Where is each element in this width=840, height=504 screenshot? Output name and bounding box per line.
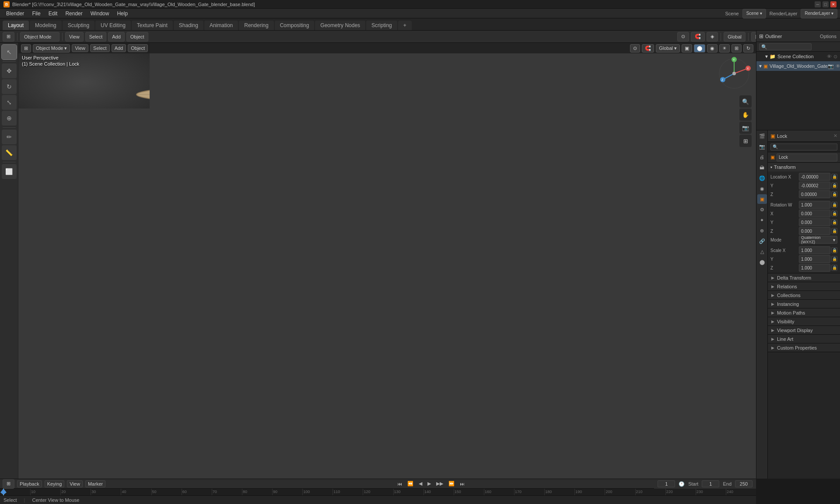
- viewport-material-btn[interactable]: ◉: [707, 44, 718, 52]
- prop-view-layer-icon[interactable]: 🏔: [757, 163, 767, 172]
- tab-sculpting[interactable]: Sculpting: [63, 21, 94, 30]
- tab-compositing[interactable]: Compositing: [275, 21, 315, 30]
- tab-modeling[interactable]: Modeling: [30, 21, 62, 30]
- editor-type-btn[interactable]: ⊞: [3, 32, 14, 42]
- rotation-w-lock-btn[interactable]: 🔒: [831, 202, 837, 208]
- select-menu-btn[interactable]: Select: [85, 32, 107, 42]
- timeline-view-btn[interactable]: View: [67, 480, 83, 487]
- jump-prev-btn[interactable]: ⏪: [406, 481, 415, 486]
- object-name-field[interactable]: Lock: [777, 154, 837, 161]
- timeline-keying-btn[interactable]: Keying: [45, 480, 65, 487]
- tool-rotate[interactable]: ↻: [2, 79, 17, 94]
- viewport-visible-btn[interactable]: 👁: [836, 63, 840, 69]
- location-y-field[interactable]: -0.00002: [799, 182, 830, 189]
- viewport-rendered-btn[interactable]: ☀: [719, 44, 730, 52]
- location-x-field[interactable]: -0.00000: [799, 173, 830, 181]
- scale-y-lock-btn[interactable]: 🔒: [831, 256, 837, 262]
- prop-constraints-icon[interactable]: 🔗: [757, 236, 767, 246]
- jump-next-btn[interactable]: ⏩: [447, 481, 456, 486]
- renderlayer-selector[interactable]: RenderLayer ▾: [801, 9, 837, 18]
- tool-annotate[interactable]: ✏: [2, 130, 17, 144]
- viewport-gizmo-btn[interactable]: ↻: [743, 44, 753, 52]
- scale-y-field[interactable]: 1.000: [799, 255, 830, 263]
- outliner-options-btn[interactable]: Options: [819, 33, 837, 40]
- tab-add[interactable]: +: [398, 21, 412, 30]
- viewport-global-btn[interactable]: Global ▾: [656, 44, 680, 52]
- scale-x-field[interactable]: 1.000: [799, 246, 830, 254]
- outliner-scene-collection[interactable]: ▾ 📁 Scene Collection 👁 ⊙: [756, 52, 840, 61]
- maximize-button[interactable]: □: [822, 1, 829, 7]
- prop-particles-icon[interactable]: ✦: [757, 215, 767, 225]
- location-y-lock-btn[interactable]: 🔒: [831, 182, 837, 189]
- jump-end-btn[interactable]: ⏭: [458, 481, 466, 486]
- instancing-collapse[interactable]: ▶ Instancing: [768, 300, 840, 308]
- viewport-editor-type-btn[interactable]: ⊞: [21, 44, 31, 52]
- tab-uv-editing[interactable]: UV Editing: [95, 21, 131, 30]
- transform-header[interactable]: ▾ Transform: [768, 163, 840, 172]
- prop-scene2-icon[interactable]: 🌐: [757, 173, 767, 183]
- end-frame-field[interactable]: 250: [735, 480, 752, 487]
- viewport-wireframe-btn[interactable]: ▣: [682, 44, 692, 52]
- scale-z-lock-btn[interactable]: 🔒: [831, 265, 837, 271]
- jump-start-btn[interactable]: ⏮: [396, 481, 403, 486]
- menu-help[interactable]: Help: [113, 10, 131, 18]
- menu-window[interactable]: Window: [87, 10, 113, 18]
- object-menu-btn[interactable]: Object: [126, 32, 148, 42]
- viewport-view-btn[interactable]: View: [72, 44, 88, 52]
- start-frame-field[interactable]: 1: [702, 480, 719, 487]
- tool-transform[interactable]: ⊕: [2, 111, 17, 126]
- scene-hide-btn[interactable]: 👁: [827, 54, 832, 60]
- line-art-collapse[interactable]: ▶ Line Art: [768, 335, 840, 343]
- tool-add-cube[interactable]: ⬜: [2, 164, 17, 179]
- rotation-y-field[interactable]: 0.000: [799, 218, 830, 226]
- viewport-add-btn[interactable]: Add: [112, 44, 126, 52]
- render-visible-btn[interactable]: 📷: [828, 63, 834, 69]
- snap-btn[interactable]: 🧲: [691, 32, 705, 42]
- viewport-camera-btn[interactable]: 📷: [739, 122, 752, 134]
- viewport-proportional-btn[interactable]: ⊙: [630, 44, 640, 52]
- prop-scene-icon[interactable]: 🎬: [757, 131, 767, 141]
- viewport-collection-btn[interactable]: ⊞: [739, 135, 752, 147]
- minimize-button[interactable]: ─: [815, 1, 821, 7]
- tab-layout[interactable]: Layout: [3, 21, 29, 30]
- custom-properties-collapse[interactable]: ▶ Custom Properties: [768, 343, 840, 352]
- tab-texture-paint[interactable]: Texture Paint: [132, 21, 173, 30]
- viewport-3d[interactable]: ⊞ Object Mode ▾ View Select Add Object ⊙…: [18, 43, 756, 479]
- scale-x-lock-btn[interactable]: 🔒: [831, 247, 837, 253]
- location-x-lock-btn[interactable]: 🔒: [831, 174, 837, 180]
- rotation-x-field[interactable]: 0.000: [799, 210, 830, 217]
- delta-transform-collapse[interactable]: ▶ Delta Transform: [768, 273, 840, 282]
- add-menu-btn[interactable]: Add: [108, 32, 125, 42]
- timeline-marker-btn[interactable]: Marker: [85, 480, 105, 487]
- global-btn[interactable]: Global: [724, 32, 746, 42]
- collections-collapse[interactable]: ▶ Collections: [768, 291, 840, 300]
- tool-move[interactable]: ✥: [2, 63, 17, 78]
- timeline-editor-type-btn[interactable]: ⊞: [3, 479, 14, 489]
- scene-selector[interactable]: Scene ▾: [742, 9, 766, 18]
- location-z-field[interactable]: 0.00000: [799, 190, 830, 198]
- current-frame-field[interactable]: 1: [658, 480, 675, 487]
- rotation-mode-dropdown[interactable]: Quaternion (WXYZ) ▾: [799, 236, 837, 244]
- proportional-edit-btn[interactable]: ⊙: [677, 32, 689, 42]
- viewport-zoom-in-btn[interactable]: 🔍: [739, 95, 752, 108]
- tab-rendering[interactable]: Rendering: [239, 21, 273, 30]
- tab-scripting[interactable]: Scripting: [366, 21, 397, 30]
- view-menu-btn[interactable]: View: [65, 32, 84, 42]
- scale-z-field[interactable]: 1.000: [799, 264, 830, 272]
- rotation-z-field[interactable]: 0.000: [799, 227, 830, 235]
- outliner-search-input[interactable]: [759, 43, 812, 50]
- viewport-solid-btn[interactable]: ⬤: [694, 44, 705, 52]
- viewport-select-btn[interactable]: Select: [90, 44, 110, 52]
- motion-paths-collapse[interactable]: ▶ Motion Paths: [768, 308, 840, 317]
- tool-measure[interactable]: 📏: [2, 145, 17, 160]
- next-frame-btn[interactable]: ▶▶: [435, 481, 444, 486]
- tab-shading[interactable]: Shading: [174, 21, 203, 30]
- prop-object-icon[interactable]: ▣: [757, 194, 767, 204]
- prop-physics-icon[interactable]: ⊕: [757, 226, 767, 235]
- play-btn[interactable]: ▶: [426, 481, 432, 486]
- relations-collapse[interactable]: ▶ Relations: [768, 282, 840, 291]
- rotation-w-field[interactable]: 1.000: [799, 201, 830, 209]
- viewport-pan-btn[interactable]: ✋: [739, 108, 752, 121]
- tool-scale[interactable]: ⤡: [2, 95, 17, 110]
- tool-select[interactable]: ↖: [2, 45, 17, 60]
